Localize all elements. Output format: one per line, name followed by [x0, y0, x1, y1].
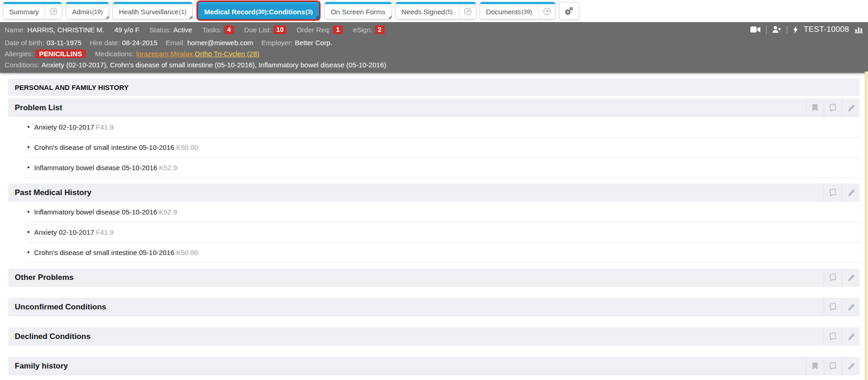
- pencil-icon[interactable]: [842, 184, 860, 202]
- field-label: Order Req:: [297, 26, 331, 34]
- tab-health-surveillance[interactable]: Health Surveillance (1): [113, 2, 193, 19]
- tab-label-text: (1): [179, 8, 186, 15]
- tab-bar: SummaryAdmin (19)Health Surveillance (1)…: [0, 0, 868, 22]
- bookmark-icon[interactable]: [806, 357, 824, 375]
- item-code: K50.00: [176, 143, 198, 151]
- popout-icon[interactable]: [459, 2, 476, 19]
- patient-field: Employer:Better Corp.: [262, 39, 332, 47]
- medications-label: Medications:: [95, 50, 134, 58]
- section-title: Unconfirmed Conditions: [15, 303, 106, 312]
- tab-label: Medical Record (30):Conditions (3): [198, 2, 319, 19]
- patient-field: 49 y/o F: [114, 26, 139, 34]
- tab-needs-signed[interactable]: Needs Signed (5): [395, 2, 476, 19]
- field-label: Name:: [5, 26, 25, 34]
- tab-label-text: Admin: [72, 8, 92, 16]
- app: SummaryAdmin (19)Health Surveillance (1)…: [0, 0, 868, 380]
- tab-label: Summary: [3, 2, 45, 19]
- allergies-label: Allergies:: [5, 50, 33, 58]
- popout-icon[interactable]: [538, 2, 555, 19]
- book-icon[interactable]: [824, 99, 842, 117]
- bar-chart-icon[interactable]: [855, 26, 863, 33]
- medication-link[interactable]: Miralax: [170, 50, 192, 58]
- count-badge[interactable]: 1: [333, 25, 343, 34]
- tab-settings-button[interactable]: [559, 2, 579, 20]
- item-text: Anxiety 02-10-2017: [34, 123, 94, 131]
- conditions-value: Anxiety (02-10-2017), Crohn's disease of…: [42, 61, 386, 69]
- tab-label-text: Summary: [9, 8, 39, 16]
- section-header: Declined Conditions: [8, 327, 860, 346]
- patient-field: Hire date:08-24-2015: [90, 39, 158, 47]
- right-edge-panel: [865, 71, 868, 380]
- pencil-icon[interactable]: [842, 357, 860, 375]
- patient-field: Name:HARRIS, CHRISTINE M.: [5, 26, 104, 34]
- list-item: Anxiety 02-10-2017F41.9: [27, 222, 860, 243]
- tab-label-text: Needs Signed: [402, 8, 445, 16]
- field-label: Hire date:: [90, 39, 120, 47]
- section-title: Other Problems: [15, 273, 74, 282]
- book-icon[interactable]: [824, 268, 842, 287]
- tab-label-text: On Screen Forms: [331, 8, 385, 16]
- section-icons: [806, 357, 860, 375]
- section-unconfirmed-conditions: Unconfirmed Conditions: [8, 298, 860, 316]
- section-family-history: Family historyLung cancer (Father) (Dece…: [8, 357, 860, 380]
- tab-summary[interactable]: Summary: [3, 2, 62, 19]
- tab-on-screen-forms[interactable]: On Screen Forms: [324, 2, 392, 19]
- count-badge[interactable]: 10: [273, 25, 286, 34]
- section-icons: [824, 268, 860, 287]
- section-title: Family history: [15, 362, 68, 371]
- list-item: Anxiety 02-10-2017F41.9: [27, 117, 860, 137]
- book-icon[interactable]: [824, 327, 842, 346]
- patient-field: Due List:10: [244, 25, 286, 34]
- divider: [787, 26, 787, 34]
- medication-link[interactable]: lorazepam: [136, 50, 168, 58]
- count-badge[interactable]: 4: [224, 25, 234, 34]
- tab-admin[interactable]: Admin (19): [65, 2, 109, 19]
- book-icon[interactable]: [824, 357, 842, 375]
- list-item: Inflammatory bowel disease 05-10-2016K52…: [27, 202, 860, 222]
- list-item: Lung cancer (Father) (Deceased at age 63…: [27, 375, 860, 380]
- allergies-medications-row: Allergies:PENICILLINSMedications:lorazep…: [5, 48, 863, 59]
- pencil-icon[interactable]: [842, 298, 860, 316]
- popout-icon[interactable]: [45, 2, 62, 19]
- video-camera-icon[interactable]: [750, 26, 761, 33]
- conditions-row: Conditions:Anxiety (02-10-2017), Crohn's…: [5, 59, 863, 70]
- tab-documents[interactable]: Documents (39): [480, 2, 556, 19]
- item-text: Inflammatory bowel disease 05-10-2016: [34, 208, 157, 216]
- book-icon[interactable]: [824, 184, 842, 202]
- pencil-icon[interactable]: [842, 268, 860, 287]
- station-id: TEST-10008: [804, 25, 849, 34]
- pencil-icon[interactable]: [842, 99, 860, 117]
- allergy-badge: PENICILLINS: [36, 49, 86, 58]
- medication-link[interactable]: Ortho Tri-Cyclen (28): [195, 50, 259, 58]
- tab-label-text: (19): [92, 8, 103, 15]
- bookmark-icon[interactable]: [806, 99, 824, 117]
- tab-label-text: (5): [446, 8, 453, 15]
- item-list: Inflammatory bowel disease 05-10-2016K52…: [8, 202, 860, 263]
- list-item: Crohn's disease of small intestine 05-10…: [27, 243, 860, 263]
- section-icons: [824, 184, 860, 202]
- pencil-icon[interactable]: [842, 327, 860, 346]
- book-icon[interactable]: [824, 298, 842, 316]
- field-value: HARRIS, CHRISTINE M.: [27, 26, 104, 34]
- patient-demographics-row: Date of birth:03-11-1975Hire date:08-24-…: [5, 37, 863, 48]
- tab-label: Admin (19): [66, 2, 109, 19]
- patient-header: Name:HARRIS, CHRISTINE M.49 y/o FStatus:…: [0, 22, 868, 73]
- section-title: Problem List: [15, 103, 62, 113]
- field-label: Employer:: [262, 39, 293, 47]
- section-declined-conditions: Declined Conditions: [8, 327, 860, 346]
- field-label: Due List:: [244, 26, 271, 34]
- field-label: Tasks:: [202, 26, 222, 34]
- count-badge[interactable]: 2: [375, 25, 385, 34]
- item-code: K52.9: [159, 164, 177, 172]
- main-content: PERSONAL AND FAMILY HISTORY Problem List…: [0, 73, 868, 380]
- lightning-icon[interactable]: [793, 26, 798, 34]
- tab-label: On Screen Forms: [325, 2, 391, 19]
- tab-medical-record[interactable]: Medical Record (30):Conditions (3): [198, 2, 319, 19]
- add-person-icon[interactable]: [772, 26, 781, 33]
- field-value: 49 y/o F: [114, 26, 139, 34]
- field-value: 03-11-1975: [47, 39, 82, 47]
- field-value: horner@mieweb.com: [187, 39, 253, 47]
- divider: [766, 26, 767, 34]
- field-value: 08-24-2015: [122, 39, 158, 47]
- section-title: Past Medical History: [15, 188, 91, 197]
